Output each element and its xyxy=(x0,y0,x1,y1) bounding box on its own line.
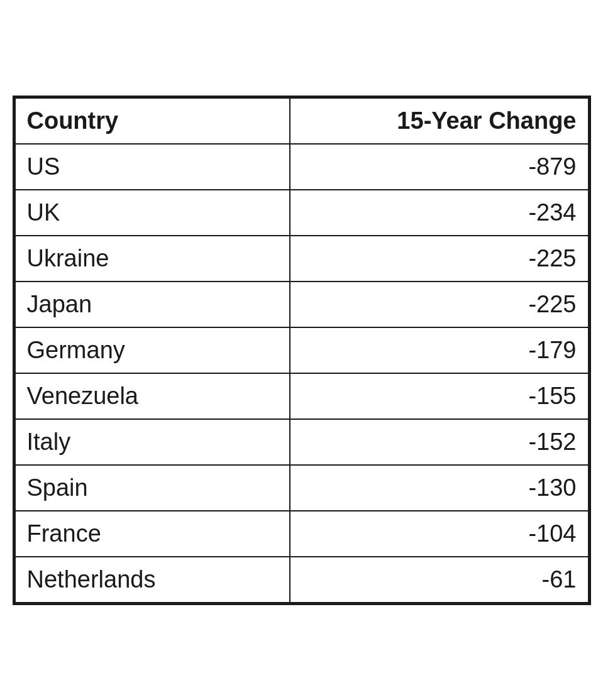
cell-change: -104 xyxy=(290,511,588,557)
table-header-row: Country 15-Year Change xyxy=(15,98,589,144)
cell-change: -130 xyxy=(290,465,588,511)
table-row: UK-234 xyxy=(15,190,589,236)
cell-country: Spain xyxy=(15,465,290,511)
cell-change: -225 xyxy=(290,282,588,327)
table-row: Italy-152 xyxy=(15,419,589,465)
cell-country: Netherlands xyxy=(15,557,290,603)
cell-country: Ukraine xyxy=(15,236,290,282)
cell-country: Germany xyxy=(15,327,290,373)
cell-change: -879 xyxy=(290,144,588,190)
cell-change: -234 xyxy=(290,190,588,236)
cell-change: -152 xyxy=(290,419,588,465)
data-table: Country 15-Year Change US-879UK-234Ukrai… xyxy=(13,96,591,605)
table-row: Germany-179 xyxy=(15,327,589,373)
cell-country: US xyxy=(15,144,290,190)
cell-country: Japan xyxy=(15,282,290,327)
table-row: US-879 xyxy=(15,144,589,190)
cell-change: -225 xyxy=(290,236,588,282)
cell-change: -61 xyxy=(290,557,588,603)
cell-country: Venezuela xyxy=(15,373,290,419)
cell-change: -155 xyxy=(290,373,588,419)
cell-country: France xyxy=(15,511,290,557)
cell-change: -179 xyxy=(290,327,588,373)
table-row: Japan-225 xyxy=(15,282,589,327)
column-header-change: 15-Year Change xyxy=(290,98,588,144)
cell-country: UK xyxy=(15,190,290,236)
table-row: Spain-130 xyxy=(15,465,589,511)
column-header-country: Country xyxy=(15,98,290,144)
table-row: Netherlands-61 xyxy=(15,557,589,603)
cell-country: Italy xyxy=(15,419,290,465)
table-row: Venezuela-155 xyxy=(15,373,589,419)
table-row: Ukraine-225 xyxy=(15,236,589,282)
table-row: France-104 xyxy=(15,511,589,557)
